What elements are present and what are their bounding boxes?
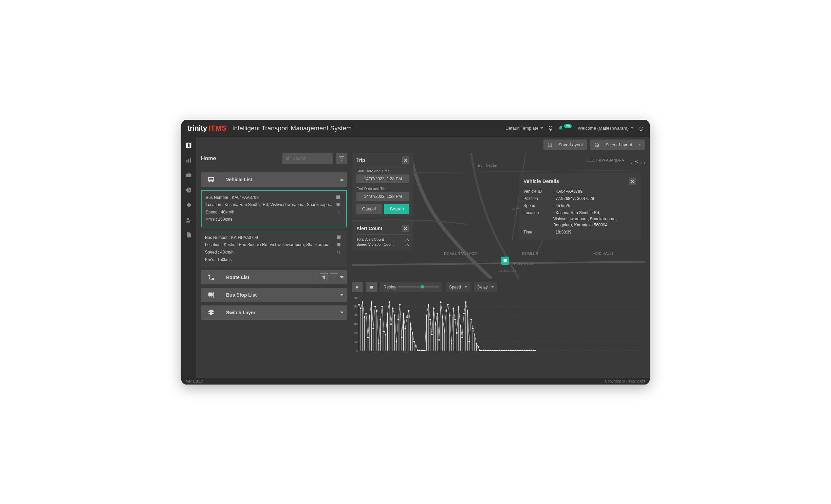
vd-value: : 45 km/h <box>553 203 636 209</box>
total-alert-label: Total Alert Count <box>356 237 384 241</box>
switch-layer-header[interactable]: Switch Layer <box>201 305 347 320</box>
vehicle-list-header[interactable]: Vehicle List <box>201 172 347 187</box>
svg-rect-0 <box>186 160 187 163</box>
nav-document[interactable] <box>185 231 192 239</box>
vehicle-details-close[interactable]: ✕ <box>629 178 636 185</box>
vehicle-details-panel: Vehicle Details ✕ Vehicle ID: KA04PAA379… <box>519 173 641 240</box>
route-list-header[interactable]: Route List ⇈ + <box>201 270 347 284</box>
replay-slider[interactable] <box>398 286 439 287</box>
briefcase-icon <box>186 172 192 178</box>
nav-clock[interactable] <box>185 186 192 194</box>
vd-value: : 18:30:39 <box>553 229 636 235</box>
nav-analytics[interactable] <box>185 156 192 164</box>
svg-rect-2 <box>190 157 191 162</box>
save-icon <box>548 143 552 147</box>
search-box[interactable] <box>282 153 333 164</box>
caret-up-icon <box>340 179 344 181</box>
nav-map[interactable] <box>185 142 192 149</box>
bus-km: Km's : 150kms <box>206 216 334 223</box>
nav-user-settings[interactable] <box>185 216 192 224</box>
map-pin-icon[interactable] <box>336 235 341 240</box>
notification-badge: 99+ <box>564 124 572 128</box>
svg-rect-10 <box>337 243 340 246</box>
svg-text:KODIHALLI: KODIHALLI <box>593 251 613 256</box>
nav-diamond[interactable] <box>185 201 192 209</box>
route-tool-button[interactable]: ⇈ <box>320 273 328 281</box>
vd-value: : 77.926847, 30.47529 <box>553 195 636 202</box>
add-route-button[interactable]: + <box>330 273 338 281</box>
svg-text:DOMLUR VILLAGE: DOMLUR VILLAGE <box>444 251 477 256</box>
svg-text:40: 40 <box>354 313 358 317</box>
caret-down-icon <box>540 127 543 129</box>
map-pin-icon[interactable] <box>336 195 340 200</box>
lightbulb-button[interactable] <box>548 126 553 131</box>
stop-button[interactable] <box>366 282 377 292</box>
select-layout-button[interactable]: Select Layout <box>590 139 645 150</box>
map-expand-button[interactable] <box>632 157 641 166</box>
trip-cancel-button[interactable]: Cancel <box>356 204 382 214</box>
vehicle-card[interactable]: Bus Number : KA04PAA3799 Location : Kris… <box>201 231 347 267</box>
main-area: Save Layout Select Layout Home <box>196 137 650 378</box>
svg-text:1st Main Road: 1st Main Road <box>498 269 516 273</box>
caret-down-icon <box>491 286 494 288</box>
bus-small-icon[interactable] <box>336 202 340 207</box>
trip-close[interactable]: ✕ <box>402 156 409 164</box>
svg-text:20: 20 <box>354 331 358 334</box>
svg-text:OLD THIPPASANDRA: OLD THIPPASANDRA <box>587 158 624 162</box>
replay-label: Replay <box>384 285 396 290</box>
user-menu[interactable]: Welcome (Malleshwaram) <box>578 126 633 131</box>
bus-marker-icon <box>503 258 507 263</box>
chart-svg: 0102030405060 <box>352 296 645 353</box>
power-button[interactable] <box>638 126 644 131</box>
svg-text:50: 50 <box>354 305 358 308</box>
copyright-label: Copyright © Trinity 2020 <box>605 379 645 383</box>
trip-title: Trip <box>356 157 365 163</box>
svg-rect-7 <box>336 203 339 205</box>
caret-down-icon <box>340 294 344 296</box>
bus-small-icon[interactable] <box>336 242 341 247</box>
bus-number: Bus Number : KA04PAA3799 <box>205 234 335 242</box>
bus-stop-list-header[interactable]: Bus Stop List <box>201 288 347 302</box>
alert-close[interactable]: ✕ <box>402 225 409 232</box>
vehicle-card-active[interactable]: Bus Number : KA04PAA3799 Location : Kris… <box>201 190 347 227</box>
trip-overlay-column: Trip ✕ Start Date and Time 14/07/2022, 1… <box>352 153 413 251</box>
header: trinity ITMS Intelligent Transport Manag… <box>181 120 650 137</box>
filter-button[interactable] <box>336 153 347 164</box>
vehicle-card-text: Bus Number : KA04PAA3799 Location : Kris… <box>205 234 335 263</box>
bus-icon <box>207 176 215 183</box>
app-window: trinity ITMS Intelligent Transport Manag… <box>181 120 650 385</box>
footer: Ver 1.0.12 Copyright © Trinity 2020 <box>181 378 650 385</box>
play-button[interactable] <box>352 282 363 292</box>
nav-briefcase[interactable] <box>185 171 192 179</box>
layout-toolbar: Save Layout Select Layout <box>196 137 650 153</box>
filter-icon <box>339 156 344 161</box>
template-selector[interactable]: Default Template <box>505 126 543 131</box>
route-icon-box <box>201 270 221 284</box>
bus-stop-list-label: Bus Stop List <box>221 292 340 298</box>
route-icon[interactable] <box>336 250 341 255</box>
svg-point-26 <box>504 261 505 262</box>
vd-label: Vehicle ID <box>523 188 551 194</box>
search-input[interactable] <box>293 156 330 161</box>
bus-km: Km's : 150kms <box>205 256 335 264</box>
svg-text:HAL Old Airport Road: HAL Old Airport Road <box>505 262 534 266</box>
notifications-button[interactable]: 99+ <box>558 126 573 131</box>
route-icon[interactable] <box>336 210 340 214</box>
speed-chart[interactable]: 0102030405060 <box>352 296 645 353</box>
end-date-value[interactable]: 14/07/2022, 1:38 PM <box>356 192 409 201</box>
trip-search-button[interactable]: Search <box>384 204 409 214</box>
map-icon <box>185 142 192 149</box>
route-list-label: Route List <box>221 275 320 280</box>
bus-marker[interactable] <box>501 257 509 265</box>
speed-dropdown[interactable]: Speed <box>446 282 470 292</box>
start-date-value[interactable]: 14/07/2022, 1:38 PM <box>356 174 409 183</box>
route-list-icon <box>207 274 215 281</box>
delay-dropdown[interactable]: Delay <box>474 282 497 292</box>
save-layout-button[interactable]: Save Layout <box>543 139 587 150</box>
caret-down-icon <box>638 144 641 146</box>
switch-layer-label: Switch Layer <box>221 310 340 315</box>
svg-text:60: 60 <box>354 296 358 299</box>
document-icon <box>186 232 192 238</box>
replay-slider-group[interactable]: Replay <box>380 282 442 292</box>
speed-violation-value: : 0 <box>405 242 409 246</box>
